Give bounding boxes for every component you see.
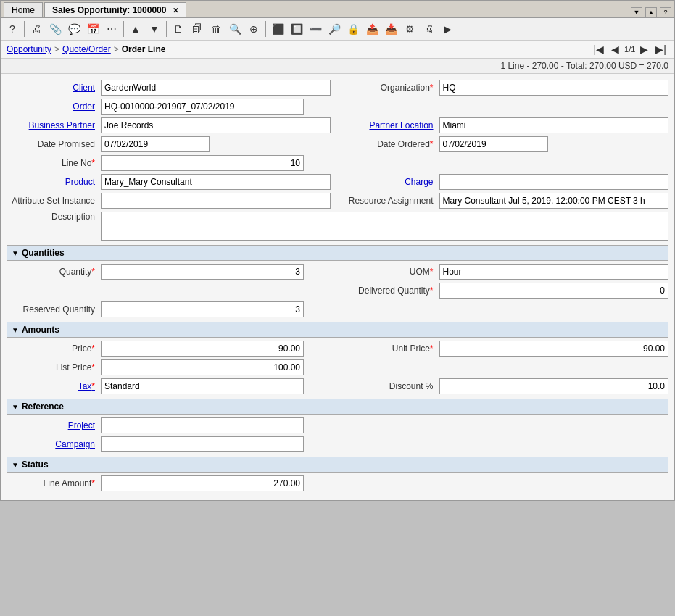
client-org-row: Client Organization* (7, 80, 668, 96)
more-btn1[interactable]: ⋯ (103, 20, 120, 38)
project-label[interactable]: Project (7, 420, 101, 430)
price-input[interactable] (101, 341, 304, 357)
tax-input[interactable] (101, 378, 304, 394)
resource-assignment-input[interactable] (439, 193, 669, 209)
print-btn[interactable]: 🖨 (28, 20, 45, 38)
quantity-label: Quantity* (7, 267, 101, 277)
line-amount-row: Line Amount* (7, 475, 668, 491)
breadcrumb-quote-order[interactable]: Quote/Order (62, 44, 111, 54)
list-price-input[interactable] (101, 359, 304, 375)
chat-btn[interactable]: 💬 (65, 20, 83, 38)
record2-btn[interactable]: 🔲 (288, 20, 305, 38)
reserved-quantity-label: Reserved Quantity (7, 304, 101, 315)
quantity-group: Quantity* (7, 264, 331, 280)
tab-bar: Home Sales Opportunity: 1000000 ✕ ▼ ▲ ? (1, 1, 674, 18)
order-input[interactable] (101, 99, 304, 115)
zoom-in-btn[interactable]: ⊕ (245, 20, 262, 38)
quantities-section-header[interactable]: ▼ Quantities (7, 245, 668, 261)
help-btn[interactable]: ? (4, 20, 21, 38)
window-minimize-btn[interactable]: ▼ (631, 7, 642, 17)
calendar-btn[interactable]: 📅 (84, 20, 102, 38)
line-amount-group: Line Amount* (7, 475, 668, 491)
client-input[interactable] (101, 80, 331, 96)
breadcrumb: Opportunity > Quote/Order > Order Line (7, 44, 165, 54)
nav-down-btn[interactable]: ▼ (146, 20, 163, 38)
status-toggle-icon: ▼ (12, 461, 19, 469)
discount-input[interactable] (439, 378, 669, 394)
quantity-input[interactable] (101, 264, 304, 280)
bp-input[interactable] (101, 117, 331, 133)
organization-label: Organization* (345, 83, 439, 93)
nav-prev-btn[interactable]: ◀ (609, 43, 621, 56)
bp-location-row: Business Partner Partner Location (7, 117, 668, 133)
product-input[interactable] (101, 174, 331, 190)
export-btn[interactable]: 📤 (363, 20, 381, 38)
amounts-section-header[interactable]: ▼ Amounts (7, 322, 668, 338)
line-no-input[interactable] (101, 155, 304, 171)
line-amount-label: Line Amount* (7, 478, 101, 488)
tab-close-icon[interactable]: ✕ (173, 7, 178, 14)
nav-first-btn[interactable]: |◀ (591, 43, 606, 56)
nav-last-btn[interactable]: ▶| (653, 43, 668, 56)
description-label: Description (7, 212, 101, 222)
attr-resource-row: Attribute Set Instance Resource Assignme… (7, 193, 668, 209)
tax-label[interactable]: Tax* (7, 381, 101, 391)
organization-input[interactable] (439, 80, 669, 96)
partner-location-input[interactable] (439, 117, 669, 133)
new-btn[interactable]: 🗋 (170, 20, 187, 38)
window-help-btn[interactable]: ? (660, 7, 671, 17)
find-btn[interactable]: 🔍 (226, 20, 244, 38)
charge-input[interactable] (439, 174, 669, 190)
line-amount-input[interactable] (101, 475, 304, 491)
order-label[interactable]: Order (7, 101, 101, 112)
status-section-header[interactable]: ▼ Status (7, 457, 668, 473)
reference-section-header[interactable]: ▼ Reference (7, 399, 668, 415)
attach-btn[interactable]: 📎 (46, 20, 64, 38)
record-btn[interactable]: ⬛ (269, 20, 286, 38)
discount-label: Discount % (345, 381, 439, 391)
main-window: Home Sales Opportunity: 1000000 ✕ ▼ ▲ ? … (0, 0, 675, 501)
product-label[interactable]: Product (7, 177, 101, 187)
delete-btn[interactable]: 🗑 (207, 20, 225, 38)
status-bar: 1 Line - 270.00 - Total: 270.00 USD = 27… (1, 59, 674, 74)
lock-btn[interactable]: 🔒 (344, 20, 362, 38)
tab-sales-opp[interactable]: Sales Opportunity: 1000000 ✕ (44, 2, 186, 17)
reserved-quantity-input[interactable] (101, 301, 304, 317)
delivered-qty-row: Delivered Quantity* (7, 283, 668, 299)
import-btn[interactable]: 📥 (382, 20, 399, 38)
project-row: Project (7, 417, 668, 433)
copy-btn[interactable]: 🗐 (189, 20, 206, 38)
description-textarea[interactable] (101, 212, 668, 241)
bp-label[interactable]: Business Partner (7, 120, 101, 130)
date-promised-input[interactable] (101, 136, 210, 152)
print2-btn[interactable]: 🖨 (420, 20, 437, 38)
discount-group: Discount % (345, 378, 669, 394)
breadcrumb-opportunity[interactable]: Opportunity (7, 44, 51, 54)
nav-next-btn[interactable]: ▶ (638, 43, 650, 56)
campaign-input[interactable] (101, 436, 304, 452)
delivered-quantity-group: Delivered Quantity* (345, 283, 669, 299)
date-ordered-input[interactable] (439, 136, 548, 152)
nav-up-btn[interactable]: ▲ (127, 20, 144, 38)
list-price-group: List Price* (7, 359, 668, 375)
history-btn[interactable]: 🔎 (326, 20, 343, 38)
project-input[interactable] (101, 417, 304, 433)
description-row: Description (7, 212, 668, 241)
delivered-quantity-input[interactable] (439, 283, 669, 299)
settings-btn[interactable]: ⚙ (401, 20, 418, 38)
unit-price-input[interactable] (439, 341, 669, 357)
extra-btn[interactable]: ▶ (439, 20, 456, 38)
attribute-set-input[interactable] (101, 193, 331, 209)
attribute-set-group: Attribute Set Instance (7, 193, 331, 209)
partner-location-label[interactable]: Partner Location (345, 120, 439, 130)
form-content: Client Organization* Order Business Part… (1, 74, 674, 500)
toolbar: ? 🖨 📎 💬 📅 ⋯ ▲ ▼ 🗋 🗐 🗑 🔍 ⊕ ⬛ 🔲 ➖ 🔎 🔒 📤 📥 … (1, 18, 674, 41)
campaign-label[interactable]: Campaign (7, 439, 101, 449)
uom-input[interactable] (439, 264, 669, 280)
client-label[interactable]: Client (7, 83, 101, 93)
window-restore-btn[interactable]: ▲ (645, 7, 657, 17)
quantities-toggle-icon: ▼ (12, 249, 19, 257)
minus-btn[interactable]: ➖ (307, 20, 324, 38)
charge-label[interactable]: Charge (345, 177, 439, 187)
tab-home[interactable]: Home (4, 2, 43, 17)
